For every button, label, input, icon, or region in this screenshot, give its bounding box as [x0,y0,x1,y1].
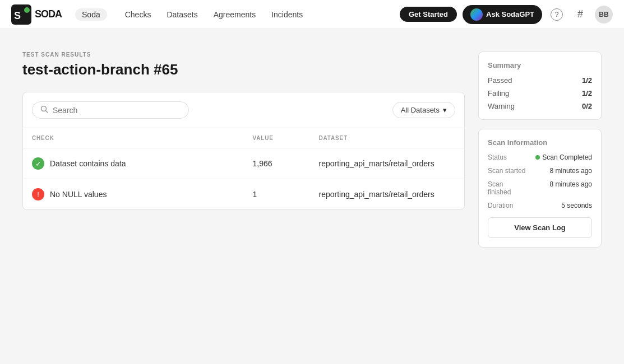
scan-started-label: Scan started [488,167,527,175]
summary-label: Passed [488,76,512,85]
avatar-button[interactable]: BB [595,6,613,24]
page-label: TEST SCAN RESULTS [22,52,465,58]
soda-gpt-icon [470,8,483,21]
status-icon-fail: ! [32,188,44,200]
value-cell-1: 1 [244,179,310,210]
svg-point-2 [24,7,30,13]
page-title: test-action-branch #65 [22,61,465,78]
summary-label: Warning [488,102,515,110]
logo: S SODA [11,4,62,25]
results-card: All Datasets ▾ CHECK VALUE DATASET [22,92,465,210]
scan-status-value: Scan Completed [535,153,592,161]
results-table: CHECK VALUE DATASET ✓ Dataset contains d… [23,128,464,209]
left-panel: TEST SCAN RESULTS test-action-branch #65… [22,52,465,353]
slack-icon: # [577,8,583,20]
view-scan-log-button[interactable]: View Scan Log [488,217,592,238]
value-cell-0: 1,966 [244,148,310,179]
logo-text: SODA [35,8,62,20]
all-datasets-filter[interactable]: All Datasets ▾ [392,102,455,118]
help-icon: ? [551,8,563,21]
scan-duration-value: 5 seconds [561,202,592,209]
check-name: Dataset contains data [50,159,126,168]
help-button[interactable]: ? [548,6,566,24]
scan-started-value: 8 minutes ago [550,167,592,175]
slack-button[interactable]: # [571,6,589,24]
summary-value: 1/2 [582,89,592,97]
scan-finished-row: Scan finished 8 minutes ago [488,180,592,196]
summary-row: Failing 1/2 [488,89,592,97]
nav-datasets[interactable]: Datasets [167,10,197,19]
header: S SODA Soda Checks Datasets Agreements I… [0,0,624,29]
check-name: No NULL values [50,190,107,199]
table-header-row: CHECK VALUE DATASET [23,128,464,148]
right-panel: Summary Passed 1/2 Failing 1/2 Warning 0… [478,52,602,353]
table-row: ✓ Dataset contains data 1,966 reporting_… [23,148,464,179]
header-actions: Get Started Ask SodaGPT ? # BB [400,5,613,24]
get-started-button[interactable]: Get Started [400,7,457,22]
scan-status-row: Status Scan Completed [488,153,592,161]
main-nav: Checks Datasets Agreements Incidents [125,10,386,19]
search-icon [40,105,48,115]
scan-status-label: Status [488,153,527,161]
scan-info-card: Scan Information Status Scan Completed S… [478,129,602,248]
ask-soda-button[interactable]: Ask SodaGPT [463,5,542,24]
summary-title: Summary [488,61,592,69]
check-cell-0: ✓ Dataset contains data [23,148,244,179]
summary-label: Failing [488,89,509,97]
nav-incidents[interactable]: Incidents [271,10,303,19]
summary-value: 0/2 [582,102,592,110]
dataset-cell-0: reporting_api_marts/retail_orders [310,148,464,179]
svg-line-4 [46,111,48,113]
check-cell-1: ! No NULL values [23,179,244,210]
col-dataset: DATASET [310,128,464,148]
context-pill[interactable]: Soda [75,8,107,21]
summary-row: Passed 1/2 [488,76,592,85]
col-value: VALUE [244,128,310,148]
svg-text:S: S [14,10,21,21]
main-content: TEST SCAN RESULTS test-action-branch #65… [0,29,624,364]
scan-started-row: Scan started 8 minutes ago [488,167,592,175]
summary-row: Warning 0/2 [488,102,592,110]
scan-finished-value: 8 minutes ago [550,180,592,188]
scan-finished-label: Scan finished [488,180,527,196]
summary-card: Summary Passed 1/2 Failing 1/2 Warning 0… [478,52,602,120]
col-check: CHECK [23,128,244,148]
summary-value: 1/2 [582,76,592,85]
status-icon-pass: ✓ [32,157,44,170]
chevron-down-icon: ▾ [443,106,447,114]
search-input-wrap [32,101,189,119]
scan-duration-row: Duration 5 seconds [488,202,592,209]
table-row: ! No NULL values 1 reporting_api_marts/r… [23,179,464,210]
dataset-cell-1: reporting_api_marts/retail_orders [310,179,464,210]
search-bar: All Datasets ▾ [23,92,464,128]
nav-agreements[interactable]: Agreements [214,10,256,19]
search-input[interactable] [53,106,181,115]
nav-checks[interactable]: Checks [125,10,151,19]
status-dot-icon [535,155,540,160]
scan-duration-label: Duration [488,202,527,209]
scan-info-title: Scan Information [488,138,592,147]
